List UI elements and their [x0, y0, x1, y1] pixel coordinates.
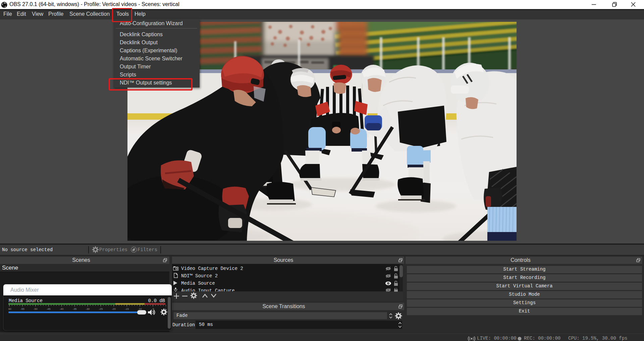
svg-text:-35: -35 [73, 307, 77, 310]
svg-text:-30: -30 [86, 307, 90, 310]
svg-text:-55: -55 [20, 307, 24, 310]
svg-text:-20: -20 [112, 307, 116, 310]
svg-text:-40: -40 [60, 307, 64, 310]
svg-text:-50: -50 [34, 307, 38, 310]
svg-text:-15: -15 [125, 307, 129, 310]
svg-text:-60: -60 [8, 307, 11, 310]
svg-text:-25: -25 [99, 307, 103, 310]
svg-text:-45: -45 [47, 307, 51, 310]
